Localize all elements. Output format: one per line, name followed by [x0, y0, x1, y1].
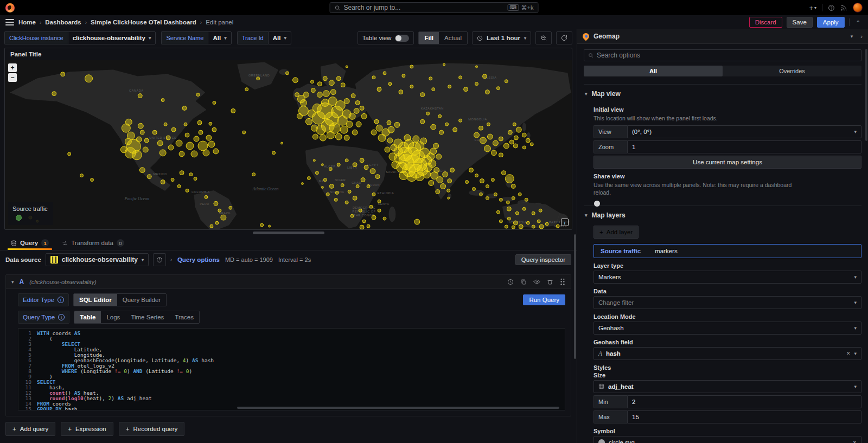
- geomap-icon: [582, 32, 591, 41]
- variable-value-dropdown[interactable]: clickhouse-observability▾: [68, 31, 156, 44]
- query-options-md: MD = auto = 1909: [225, 256, 273, 263]
- view-select[interactable]: (0°, 0°)▾: [627, 125, 861, 138]
- news-icon[interactable]: [840, 4, 847, 11]
- drag-handle-icon[interactable]: [560, 278, 565, 285]
- geohash-field-select[interactable]: A hash ✕▾: [593, 347, 861, 360]
- variable-clickhouse-instance: ClickHouse instance clickhouse-observabi…: [4, 31, 156, 44]
- breadcrumb-home[interactable]: Home: [18, 19, 36, 25]
- zoom-input[interactable]: 1: [627, 140, 861, 153]
- layer-type-select[interactable]: Markers▾: [593, 271, 861, 284]
- query-options-toggle[interactable]: Query options: [177, 256, 220, 263]
- tab-overrides[interactable]: Overrides: [723, 66, 861, 76]
- tab-query[interactable]: Query 1: [5, 237, 54, 250]
- layer-row-source-traffic[interactable]: Source traffic markers: [593, 244, 861, 258]
- search-input[interactable]: Search or jump to... ⌨ ⌘+k: [330, 2, 539, 13]
- query-type-traces[interactable]: Traces: [169, 311, 199, 323]
- section-map-view: ▾ Map view Initial view This location wi…: [584, 84, 861, 206]
- use-current-map-settings-button[interactable]: Use current map settings: [593, 156, 861, 169]
- refresh-button[interactable]: [556, 31, 572, 44]
- viz-picker-chevron-icon[interactable]: ▾: [851, 34, 853, 39]
- svg-text:ETHIOPIA: ETHIOPIA: [378, 191, 394, 195]
- clear-icon[interactable]: ✕: [852, 440, 857, 443]
- symbol-select[interactable]: circle.svg ✕: [593, 436, 861, 443]
- clear-icon[interactable]: ✕: [846, 351, 851, 356]
- chevron-down-icon: ▾: [854, 351, 857, 356]
- svg-text:MEXICO: MEXICO: [154, 172, 167, 176]
- map-zoom-out-button[interactable]: −: [8, 73, 17, 82]
- query-type-logs[interactable]: Logs: [101, 311, 125, 323]
- toggle-off-icon[interactable]: [395, 35, 409, 42]
- query-type-table[interactable]: Table: [74, 311, 101, 323]
- grafana-logo-icon[interactable]: [5, 3, 15, 12]
- query-type-label: Query Typei: [18, 311, 69, 324]
- variable-value-dropdown[interactable]: All▾: [268, 31, 291, 44]
- svg-text:MONGOLIA: MONGOLIA: [468, 118, 487, 121]
- svg-text:PERU: PERU: [200, 202, 209, 206]
- chevron-down-icon: ▾: [284, 35, 286, 41]
- table-view-toggle[interactable]: Table view: [358, 31, 414, 44]
- panel-title[interactable]: Panel Title: [5, 48, 572, 60]
- info-icon: i: [58, 314, 65, 320]
- hide-response-eye-icon[interactable]: [533, 278, 540, 285]
- add-expression-button[interactable]: +Expression: [61, 422, 113, 436]
- legend-color-dot: [16, 215, 22, 221]
- zoom-out-time-button[interactable]: [535, 31, 552, 44]
- breadcrumb-dashboard-name[interactable]: Simple ClickHouse OTel Dashboard: [91, 19, 196, 25]
- sql-editor-option[interactable]: SQL Editor: [74, 294, 117, 306]
- remove-query-trash-icon[interactable]: [547, 279, 553, 285]
- collapse-header-icon[interactable]: ⌃: [854, 20, 863, 25]
- query-inspector-button[interactable]: Query inspector: [515, 254, 571, 265]
- editor-horizontal-scrollbar[interactable]: [237, 407, 559, 409]
- map-canvas[interactable]: RUSSIACANADAUNITED STATESMEXICOCOLOMBIAP…: [5, 60, 572, 229]
- discard-button[interactable]: Discard: [749, 17, 782, 28]
- panel-options-pane: Geomap ▾ › Search options All Overrides …: [577, 29, 868, 443]
- svg-text:CHAD: CHAD: [352, 181, 361, 184]
- collapse-query-icon[interactable]: ▾: [11, 279, 14, 285]
- breadcrumb-dashboards[interactable]: Dashboards: [45, 19, 81, 25]
- options-pane-scrollbar[interactable]: [865, 49, 867, 141]
- user-avatar[interactable]: [853, 3, 863, 12]
- query-type-timeseries[interactable]: Time Series: [125, 311, 169, 323]
- initial-view-desc: This location will show when the panel f…: [593, 114, 861, 122]
- tab-all[interactable]: All: [584, 66, 723, 76]
- menu-toggle-icon[interactable]: [5, 19, 14, 25]
- options-search-input[interactable]: Search options: [584, 49, 861, 61]
- collapse-pane-icon[interactable]: ›: [860, 33, 863, 40]
- add-query-button[interactable]: +Add query: [5, 422, 55, 436]
- size-field-select[interactable]: adj_heat ▾: [593, 380, 861, 393]
- max-input[interactable]: 15: [627, 410, 861, 423]
- query-footer-buttons: +Add query +Expression +Recorded query: [0, 416, 577, 441]
- fill-option[interactable]: Fill: [419, 32, 439, 44]
- map-attribution-button[interactable]: i: [561, 219, 569, 226]
- save-button[interactable]: Save: [787, 17, 813, 28]
- location-mode-select[interactable]: Geohash▾: [593, 322, 861, 335]
- sql-code-editor[interactable]: 123456789101112131415 WITH coords AS ( S…: [18, 328, 565, 410]
- query-row-header[interactable]: ▾ A (clickhouse-observability): [6, 275, 571, 289]
- run-query-button[interactable]: Run Query: [523, 294, 565, 305]
- datasource-help-button[interactable]: [153, 253, 166, 266]
- clock-icon: [477, 35, 483, 41]
- apply-button[interactable]: Apply: [817, 17, 845, 28]
- query-builder-option[interactable]: Query Builder: [117, 294, 166, 306]
- add-layer-button[interactable]: +Add layer: [593, 226, 639, 239]
- duplicate-query-icon[interactable]: [520, 279, 527, 285]
- svg-text:COLOMBIA: COLOMBIA: [192, 190, 210, 194]
- new-menu-button[interactable]: +▾: [809, 4, 816, 12]
- help-icon[interactable]: [828, 4, 835, 11]
- chevron-down-icon: ▾: [854, 384, 857, 389]
- query-history-icon[interactable]: [507, 279, 514, 285]
- tab-transform-data[interactable]: Transform data 0: [56, 237, 130, 250]
- data-filter-select[interactable]: Change filter▾: [593, 296, 861, 309]
- map-zoom-in-button[interactable]: +: [8, 63, 17, 72]
- left-pane-scrollbar[interactable]: [574, 234, 576, 359]
- time-range-picker[interactable]: Last 1 hour ▾: [472, 31, 531, 44]
- svg-text:UNITED STATES: UNITED STATES: [149, 136, 176, 139]
- variable-value-dropdown[interactable]: All▾: [208, 31, 231, 44]
- actual-option[interactable]: Actual: [439, 32, 467, 44]
- map-layers-section-header[interactable]: ▾ Map layers: [584, 210, 861, 223]
- datasource-picker[interactable]: clickhouse-observability ▾: [46, 253, 149, 266]
- min-input[interactable]: 2: [627, 395, 861, 408]
- map-view-section-header[interactable]: ▾ Map view: [584, 89, 861, 102]
- add-recorded-query-button[interactable]: +Recorded query: [119, 422, 185, 436]
- query-refid[interactable]: A: [20, 278, 24, 286]
